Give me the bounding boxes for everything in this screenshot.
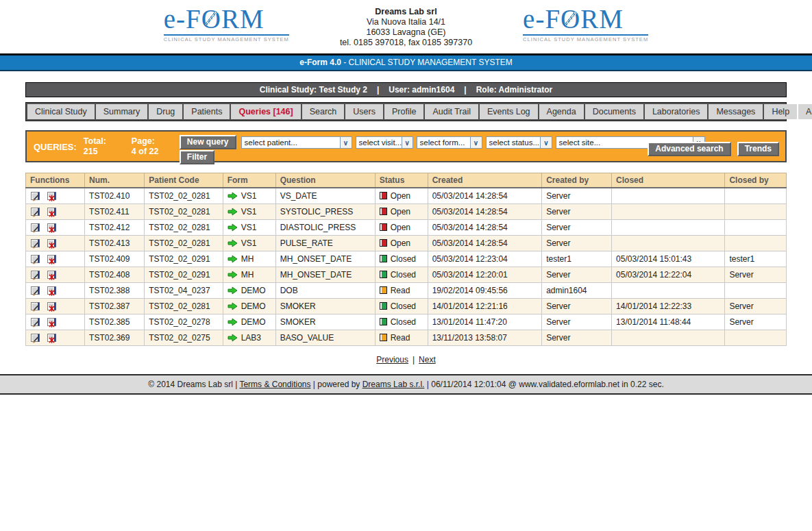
green-arrow-icon[interactable] <box>227 334 238 342</box>
edit-query-icon[interactable] <box>30 238 42 249</box>
status-cell: Closed <box>375 267 428 282</box>
tab-laboratories[interactable]: Laboratories <box>645 104 708 119</box>
green-arrow-icon[interactable] <box>227 223 238 232</box>
total-label: Total: <box>84 136 106 146</box>
green-arrow-icon[interactable] <box>227 286 238 295</box>
export-pdf-icon[interactable] <box>47 206 58 217</box>
green-arrow-icon[interactable] <box>227 255 238 263</box>
export-pdf-icon[interactable] <box>47 301 58 312</box>
export-pdf-icon[interactable] <box>47 238 58 249</box>
export-pdf-icon[interactable] <box>47 332 58 343</box>
form-name: MH <box>241 270 254 280</box>
created-timestamp: 13/11/2013 13:58:07 <box>428 330 541 345</box>
terms-conditions-link[interactable]: Terms & Conditions <box>239 380 310 389</box>
next-page-link[interactable]: Next <box>419 355 436 365</box>
tab-agenda[interactable]: Agenda <box>539 104 584 119</box>
col-form: Form <box>223 173 275 188</box>
patient-code: TST02_02_0291 <box>145 267 223 282</box>
export-pdf-icon[interactable] <box>47 317 58 328</box>
status-label: Closed <box>391 270 416 280</box>
created-timestamp: 05/03/2014 14:28:54 <box>428 188 541 203</box>
company-phone: tel. 0185 397018, fax 0185 397370 <box>340 38 472 48</box>
green-arrow-icon[interactable] <box>227 318 238 326</box>
advanced-search-button[interactable]: Advanced search <box>648 142 730 156</box>
select-status-dropdown[interactable]: select status...∨ <box>486 136 552 149</box>
green-arrow-icon[interactable] <box>227 192 238 200</box>
green-arrow-icon[interactable] <box>227 271 238 279</box>
edit-query-icon[interactable] <box>30 269 42 280</box>
tab-help[interactable]: Help <box>764 104 797 119</box>
tab-patients[interactable]: Patients <box>184 104 230 119</box>
edit-query-icon[interactable] <box>30 285 42 296</box>
edit-query-icon[interactable] <box>30 301 42 312</box>
status-cell: Read <box>375 330 428 345</box>
functions-cell <box>26 298 85 314</box>
table-row: TST02.385 TST02_02_0278 DEMO SMOKER Clos… <box>26 314 787 330</box>
closed-timestamp: 05/03/2014 12:22:04 <box>612 267 725 282</box>
edit-query-icon[interactable] <box>30 190 42 201</box>
edit-query-icon[interactable] <box>30 222 42 233</box>
question-name: MH_ONSET_DATE <box>275 267 375 282</box>
query-number: TST02.388 <box>85 282 145 298</box>
edit-query-icon[interactable] <box>30 206 42 217</box>
select-visit-dropdown[interactable]: select visit...∨ <box>356 136 413 149</box>
created-by: Server <box>542 203 612 219</box>
previous-page-link[interactable]: Previous <box>376 355 408 365</box>
export-pdf-icon[interactable] <box>47 285 58 296</box>
functions-cell <box>26 330 85 345</box>
closed-by <box>725 282 787 298</box>
patient-code: TST02_02_0281 <box>145 219 223 235</box>
green-arrow-icon[interactable] <box>227 239 238 247</box>
green-arrow-icon[interactable] <box>227 302 238 310</box>
functions-cell <box>26 203 85 219</box>
tab-messages[interactable]: Messages <box>709 104 763 119</box>
edit-query-icon[interactable] <box>30 317 42 328</box>
logo-o: O <box>201 4 221 34</box>
study-info-bar: Clinical Study: Test Study 2|User: admin… <box>25 82 787 97</box>
table-row: TST02.413 TST02_02_0281 VS1 PULSE_RATE O… <box>26 235 787 251</box>
status-icon <box>380 239 387 247</box>
tab-search[interactable]: Search <box>302 104 345 119</box>
select-form-dropdown[interactable]: select form...∨ <box>417 136 482 149</box>
query-number: TST02.413 <box>85 235 145 251</box>
tab-events-log[interactable]: Events Log <box>480 104 538 119</box>
eform-logo-text: e-FORM <box>164 5 289 34</box>
closed-timestamp <box>612 282 725 298</box>
select-patient-dropdown[interactable]: select patient...∨ <box>241 136 352 149</box>
filter-button[interactable]: Filter <box>180 150 214 164</box>
tab-clinical-study[interactable]: Clinical Study <box>27 104 95 119</box>
green-arrow-icon[interactable] <box>227 208 238 216</box>
form-cell: VS1 <box>223 219 275 235</box>
study-name: Clinical Study: Test Study 2 <box>260 85 367 95</box>
col-patient-code: Patient Code <box>145 173 223 188</box>
chevron-down-icon: ∨ <box>470 137 482 148</box>
form-name: VS1 <box>241 238 257 248</box>
functions-cell <box>26 282 85 298</box>
tab-users[interactable]: Users <box>345 104 383 119</box>
col-closed: Closed <box>612 173 725 188</box>
dreams-lab-link[interactable]: Dreams Lab s.r.l. <box>362 380 425 389</box>
eform-logo-left: e-FORM CLINICAL STUDY MANAGEMENT SYSTEM <box>164 5 289 42</box>
tab-summary[interactable]: Summary <box>96 104 147 119</box>
tab-audit-trail[interactable]: Audit Trail <box>425 104 478 119</box>
export-pdf-icon[interactable] <box>47 190 58 201</box>
new-query-button[interactable]: New query <box>180 135 236 149</box>
select-form-value: select form... <box>417 138 470 147</box>
export-pdf-icon[interactable] <box>47 254 58 264</box>
tab-drug[interactable]: Drug <box>149 104 182 119</box>
created-timestamp: 05/03/2014 14:28:54 <box>428 235 541 251</box>
tab-profile[interactable]: Profile <box>384 104 423 119</box>
trends-button[interactable]: Trends <box>737 142 779 156</box>
table-row: TST02.410 TST02_02_0281 VS1 VS_DATE Open <box>26 188 787 203</box>
tab-adm[interactable]: ADM <box>798 104 812 119</box>
edit-query-icon[interactable] <box>30 254 42 264</box>
created-timestamp: 14/01/2014 12:21:16 <box>428 298 541 314</box>
tab-queries[interactable]: Queries [146] <box>231 104 300 119</box>
export-pdf-icon[interactable] <box>47 222 58 233</box>
separator: | <box>235 380 237 389</box>
edit-query-icon[interactable] <box>30 332 42 343</box>
form-cell: VS1 <box>223 203 275 219</box>
export-pdf-icon[interactable] <box>47 269 58 280</box>
status-cell: Open <box>375 188 428 203</box>
tab-documents[interactable]: Documents <box>585 104 643 119</box>
